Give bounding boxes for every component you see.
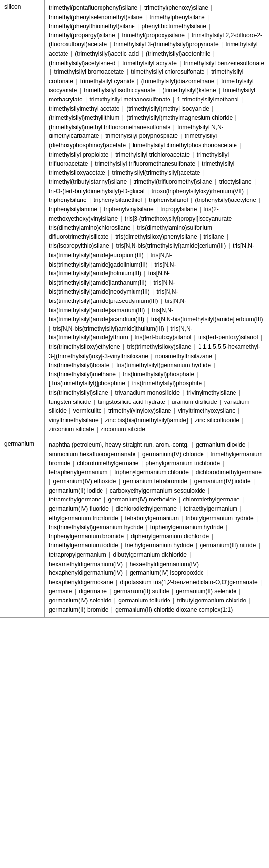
- separator: |: [119, 215, 124, 222]
- list-item: diphenylgermanium dichloride: [131, 533, 209, 540]
- list-item: carboxyethylgermanium sesquioxide: [110, 487, 205, 494]
- list-item: tris(tert-butoxy)silanol: [134, 334, 191, 341]
- list-item: trimethylsilyl(trimethylsilyl)acetate: [112, 169, 200, 176]
- list-item: zinc silicofluoride: [195, 417, 239, 424]
- separator: |: [138, 4, 143, 11]
- list-item: dichlorodiethylgermane: [116, 505, 177, 512]
- list-item: vinyltrimethylsilane: [49, 417, 99, 424]
- separator: |: [211, 50, 214, 57]
- separator: |: [191, 151, 196, 158]
- separator: |: [119, 542, 124, 549]
- list-item: germanium(IV) selenide: [49, 597, 111, 604]
- separator: |: [255, 515, 258, 522]
- separator: |: [209, 4, 212, 11]
- list-item: germanium(II) selenide: [176, 588, 236, 595]
- separator: |: [238, 142, 241, 149]
- separator: |: [92, 399, 97, 405]
- list-item: dibutylgermanium dichloride: [113, 551, 187, 558]
- list-item: germanium(IV) isopropoxide: [130, 569, 204, 576]
- separator: |: [100, 417, 104, 424]
- separator: |: [241, 496, 244, 503]
- separator: |: [109, 389, 114, 396]
- separator: |: [238, 505, 241, 512]
- list-item: uranium disilicide: [172, 399, 217, 405]
- separator: |: [69, 50, 74, 57]
- list-item: tetrabutylgermanium: [125, 515, 179, 522]
- separator: |: [157, 87, 162, 94]
- list-item: tris[3-(trimethoxysilyl)propyl]isocyanur…: [125, 215, 232, 222]
- separator: |: [78, 87, 83, 94]
- separator: |: [128, 178, 133, 185]
- list-item: tungsten silicide: [49, 399, 91, 405]
- list-item: hexamethyldigermanium(IV): [49, 561, 123, 568]
- separator: |: [151, 288, 156, 295]
- separator: |: [178, 505, 183, 512]
- separator: |: [49, 325, 52, 332]
- list-item: germanium(II) iodide: [49, 487, 103, 494]
- separator: |: [180, 515, 185, 522]
- separator: |: [166, 399, 171, 405]
- separator: |: [189, 417, 194, 424]
- list-item: (trimethylsilyl)acetonitrile: [146, 50, 210, 57]
- list-item: 1-trimethylsilylmethanol: [177, 96, 238, 103]
- separator: |: [110, 505, 115, 512]
- separator: |: [212, 362, 215, 368]
- separator: |: [155, 206, 160, 213]
- content-cell-silicon: trimethyl(pentafluorophenyl)silane | tri…: [45, 0, 269, 437]
- list-item: ethylgermanium trichloride: [49, 515, 118, 522]
- list-item: naphtha (petroleum), heavy straight run,…: [49, 441, 189, 448]
- separator: |: [109, 606, 114, 613]
- separator: |: [108, 41, 113, 48]
- separator: |: [120, 105, 125, 112]
- list-item: tetraphenylgermanium: [49, 469, 107, 476]
- list-item: triphenylsilylamine: [49, 206, 97, 213]
- separator: |: [188, 478, 193, 485]
- separator: |: [131, 224, 136, 231]
- list-item: (trimethylsilyl)acetic acid: [75, 50, 139, 57]
- list-item: trimethylsilyl isothiocyanate: [84, 87, 155, 94]
- list-item: trimethyl(pentafluorophenyl)silane: [49, 4, 137, 11]
- list-item: germanium(IV) ethoxide: [53, 478, 116, 485]
- separator: |: [257, 542, 260, 549]
- separator: |: [125, 68, 130, 75]
- list-item: dipotassium tris(1,2-benzenediolato-O,O'…: [120, 579, 258, 586]
- separator: |: [88, 197, 93, 203]
- list-item: (trimethylsilyl)ketene: [162, 87, 216, 94]
- separator: |: [136, 23, 141, 30]
- separator: |: [207, 23, 210, 30]
- separator: |: [67, 407, 72, 414]
- list-item: trimethylgermanium iodide: [49, 542, 118, 549]
- separator: |: [200, 561, 202, 568]
- separator: |: [195, 371, 198, 378]
- separator: |: [171, 597, 176, 604]
- list-item: triphenylgermanium hydride: [150, 524, 223, 531]
- separator: |: [206, 487, 209, 494]
- separator: |: [240, 96, 243, 103]
- list-item: triphenylgermanium chloride: [114, 469, 189, 476]
- list-item: hexaphenyldigermoxane: [49, 579, 113, 586]
- list-item: trimethylsilyl trichloroacetate: [115, 151, 190, 158]
- separator: |: [190, 441, 195, 448]
- separator: |: [210, 533, 213, 540]
- list-item: hexaethyldigermanium(IV): [130, 561, 199, 568]
- separator: |: [217, 87, 222, 94]
- list-item: trimethyl(tributylstannyl)silane: [49, 178, 127, 185]
- list-item: germanium(III) nitride: [200, 542, 256, 549]
- list-item: triphenylsilanol: [149, 197, 188, 203]
- list-item: tetramethylgermane: [49, 496, 101, 503]
- list-item: germanium telluride: [118, 597, 170, 604]
- separator: |: [210, 105, 213, 112]
- separator: |: [100, 133, 104, 139]
- table-row: germaniumnaphtha (petroleum), heavy stra…: [0, 437, 269, 617]
- list-item: vinyltrimethyoxysilane: [178, 407, 235, 414]
- list-item: triphenylvinylsilane: [104, 206, 154, 213]
- list-item: triphenylsilane: [49, 197, 87, 203]
- table-row: silicontrimethyl(pentafluorophenyl)silan…: [0, 0, 269, 437]
- separator: |: [165, 325, 170, 332]
- list-item: tris(trimethylsiloxy)ethylene: [49, 343, 120, 350]
- separator: |: [109, 234, 114, 240]
- separator: |: [106, 169, 111, 176]
- separator: |: [149, 353, 154, 360]
- separator: |: [236, 407, 239, 414]
- separator: |: [213, 178, 218, 185]
